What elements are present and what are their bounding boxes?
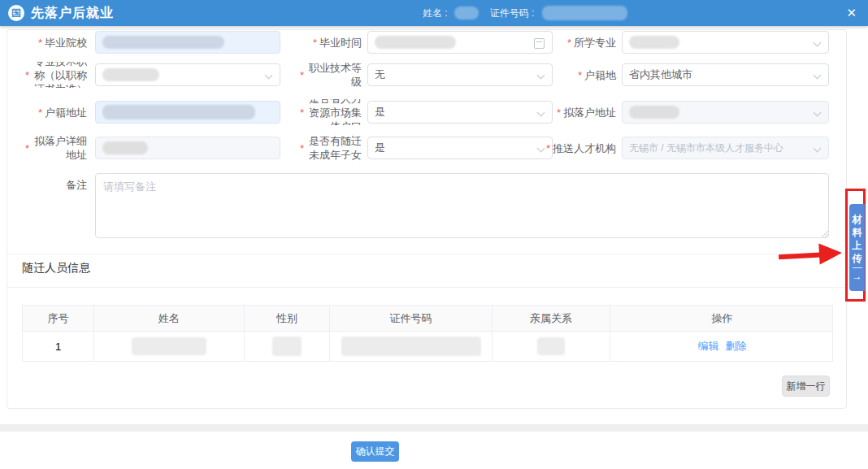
required-mark: * <box>557 106 561 119</box>
page: 国 先落户后就业 姓名 : 证件号码 : ✕ * 毕业院校 * 毕业时间 * 所… <box>0 0 868 469</box>
required-mark: * <box>300 69 304 81</box>
redacted-value <box>629 106 679 119</box>
page-title: 先落户后就业 <box>31 5 114 22</box>
label-minor-children: * 是否有随迁未成年子女 <box>291 133 362 163</box>
submit-button[interactable]: 确认提交 <box>351 441 399 462</box>
required-mark: * <box>300 142 304 154</box>
name-redacted-value <box>454 7 479 20</box>
label-settle-detail: * 拟落户详细地址 <box>16 133 87 163</box>
skill-level-value: 无 <box>375 67 385 82</box>
required-mark: * <box>313 37 317 49</box>
required-mark: * <box>25 142 29 154</box>
label-settle-address: * 拟落户地址 <box>541 101 616 124</box>
col-actions: 操作 <box>610 306 834 332</box>
chevron-down-icon <box>814 145 822 153</box>
label-prof-title: * 专业技术职称（以职称证书为准） <box>16 59 87 91</box>
dependents-table: 序号 姓名 性别 证件号码 亲属关系 操作 1 编辑 删除 <box>22 305 833 362</box>
required-mark: * <box>567 37 571 49</box>
col-index: 序号 <box>23 306 94 332</box>
material-upload-tab[interactable]: 材 料 上 传 → <box>849 204 865 291</box>
required-mark: * <box>546 142 550 154</box>
settle-detail-input <box>95 137 280 159</box>
add-row-button[interactable]: 新增一行 <box>782 376 830 397</box>
id-number-label: 证件号码 : <box>490 7 535 20</box>
label-hukou-area: * 户籍地 <box>541 63 616 86</box>
header-identity: 姓名 : 证件号码 : <box>423 0 627 26</box>
edit-link[interactable]: 编辑 <box>698 339 719 354</box>
label-skill-level: * 职业技术等级 <box>291 59 362 91</box>
tab-divider <box>853 267 862 268</box>
redacted-value <box>102 141 148 154</box>
section-title: 随迁人员信息 <box>22 261 90 276</box>
label-hr-market: * 是否省人力资源市场集体户口 <box>291 96 362 128</box>
talent-agency-select: 无锡市 / 无锡市市本级人才服务中心 <box>622 137 829 159</box>
name-label: 姓名 : <box>423 7 448 20</box>
required-mark: * <box>25 69 29 81</box>
label-remark: 备注 <box>16 176 87 193</box>
col-id-number: 证件号码 <box>330 306 493 332</box>
chevron-down-icon <box>265 72 273 80</box>
hukou-area-select[interactable]: 省内其他城市 <box>622 63 829 86</box>
app-logo-icon: 国 <box>8 5 24 21</box>
redacted-gender <box>272 337 302 356</box>
minor-children-select[interactable]: 是 <box>367 137 553 159</box>
chevron-down-icon <box>814 72 822 80</box>
label-talent-agency: * 推送人才机构 <box>541 137 616 159</box>
minor-children-value: 是 <box>375 141 385 155</box>
redacted-value <box>629 36 679 49</box>
col-name: 姓名 <box>94 306 245 332</box>
label-hukou-address: * 户籍地址 <box>16 101 87 124</box>
arrow-right-icon: → <box>853 271 862 282</box>
required-mark: * <box>578 69 582 81</box>
header-bar: 国 先落户后就业 姓名 : 证件号码 : ✕ <box>0 0 868 26</box>
table-header-row: 序号 姓名 性别 证件号码 亲属关系 操作 <box>23 306 832 332</box>
footer-separator <box>0 424 868 432</box>
chevron-down-icon <box>814 39 822 47</box>
redacted-value <box>102 68 159 81</box>
required-mark: * <box>300 106 304 119</box>
id-redacted-value <box>542 6 627 20</box>
label-grad-time: * 毕业时间 <box>291 31 362 54</box>
redacted-value <box>375 36 456 49</box>
grad-time-datepicker[interactable] <box>367 31 553 54</box>
label-major: * 所学专业 <box>541 31 616 54</box>
delete-link[interactable]: 删除 <box>726 339 747 354</box>
required-mark: * <box>38 106 42 119</box>
chevron-down-icon <box>814 109 822 117</box>
prof-title-select[interactable] <box>95 63 280 86</box>
section-divider <box>7 254 846 254</box>
hukou-area-value: 省内其他城市 <box>629 67 692 82</box>
hukou-address-input[interactable] <box>95 101 280 124</box>
table-row: 1 编辑 删除 <box>23 332 832 361</box>
hr-market-value: 是 <box>375 105 385 119</box>
label-school: * 毕业院校 <box>16 31 87 54</box>
school-input[interactable] <box>95 31 280 54</box>
close-icon[interactable]: ✕ <box>846 6 857 20</box>
section-divider <box>7 287 846 288</box>
skill-level-select[interactable]: 无 <box>367 63 553 86</box>
col-gender: 性别 <box>245 306 330 332</box>
redacted-id-number <box>341 337 481 356</box>
col-relation: 亲属关系 <box>493 306 610 332</box>
row-index: 1 <box>23 332 94 361</box>
redacted-value <box>102 105 255 119</box>
talent-agency-value: 无锡市 / 无锡市市本级人才服务中心 <box>629 141 783 155</box>
remark-textarea[interactable] <box>95 173 829 238</box>
redacted-relation <box>537 337 565 355</box>
hr-market-select[interactable]: 是 <box>367 101 553 124</box>
annotation-arrow-icon <box>778 241 845 267</box>
required-mark: * <box>38 37 42 49</box>
redacted-value <box>102 36 224 49</box>
redacted-name <box>132 337 206 355</box>
major-select[interactable] <box>622 31 829 54</box>
settle-address-select <box>622 101 829 124</box>
